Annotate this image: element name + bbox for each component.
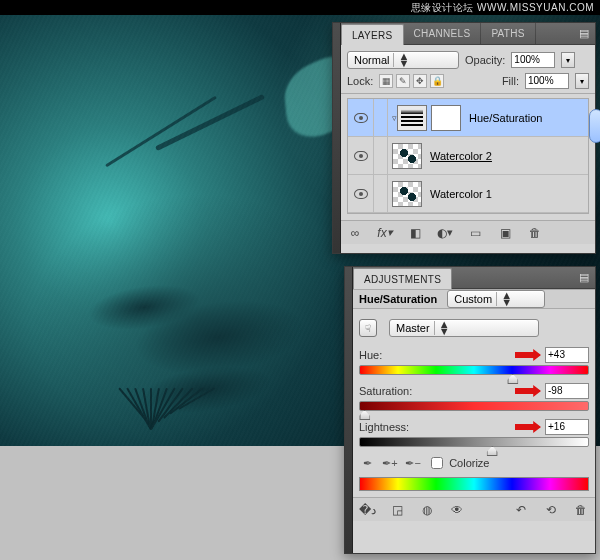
opacity-label: Opacity: (465, 54, 505, 66)
layer-row[interactable]: Watercolor 2 (348, 137, 588, 175)
panel-grip[interactable] (333, 23, 341, 253)
eyedropper-plus-icon[interactable]: ✒+ (382, 455, 398, 471)
watermark-bar: 思缘设计论坛 WWW.MISSYUAN.COM (0, 0, 600, 15)
saturation-label: Saturation: (359, 385, 412, 397)
saturation-slider: Saturation: -98 (359, 383, 589, 411)
eyedropper-icon[interactable]: ✒ (359, 455, 375, 471)
hue-track[interactable] (359, 365, 589, 375)
lock-transparency-icon[interactable]: ▦ (379, 74, 393, 88)
range-value: Master (396, 322, 430, 334)
adjustment-type-row: Hue/Saturation Custom ▲▼ (353, 289, 595, 309)
lightness-field[interactable]: +16 (545, 419, 589, 435)
hue-label: Hue: (359, 349, 382, 361)
layers-footer: ∞ fx▾ ◧ ◐▾ ▭ ▣ 🗑 (341, 220, 595, 244)
expand-icon[interactable]: ◲ (389, 502, 405, 518)
layer-name[interactable]: Watercolor 2 (430, 150, 492, 162)
adjustment-thumb[interactable] (397, 105, 427, 131)
fill-field[interactable]: 100% (525, 73, 569, 89)
preset-value: Custom (454, 293, 492, 305)
lightness-track[interactable] (359, 437, 589, 447)
opacity-stepper[interactable]: ▾ (561, 52, 575, 68)
lock-pixels-icon[interactable]: ✎ (396, 74, 410, 88)
hue-field[interactable]: +43 (545, 347, 589, 363)
colorize-checkbox[interactable] (431, 457, 443, 469)
colorize-label: Colorize (449, 457, 489, 469)
lightness-slider: Lightness: +16 (359, 419, 589, 447)
visibility-toggle[interactable] (348, 175, 374, 212)
slider-handle[interactable] (487, 446, 498, 456)
adjustments-panel: « ADJUSTMENTS ▤ Hue/Saturation Custom ▲▼… (344, 266, 596, 554)
callout-arrow-icon (515, 385, 541, 397)
adjustment-icon[interactable]: ◐▾ (437, 225, 453, 241)
saturation-field[interactable]: -98 (545, 383, 589, 399)
previous-state-icon[interactable]: ↶ (513, 502, 529, 518)
layer-list: ▿ Hue/Saturation Watercolor 2 (347, 98, 589, 214)
link-icon[interactable]: ∞ (347, 225, 363, 241)
layer-row[interactable]: Watercolor 1 (348, 175, 588, 213)
eye-icon (354, 189, 368, 199)
scroll-thumb[interactable] (589, 109, 600, 143)
panel-menu-icon[interactable]: ▤ (573, 267, 595, 288)
new-layer-icon[interactable]: ▣ (497, 225, 513, 241)
panel-menu-icon[interactable]: ▤ (573, 23, 595, 44)
tab-paths[interactable]: PATHS (481, 23, 535, 44)
panel-grip[interactable] (345, 267, 353, 553)
lock-position-icon[interactable]: ✥ (413, 74, 427, 88)
eye-icon (354, 151, 368, 161)
tab-adjustments[interactable]: ADJUSTMENTS (353, 268, 452, 289)
fill-stepper[interactable]: ▾ (575, 73, 589, 89)
opacity-field[interactable]: 100% (511, 52, 555, 68)
group-icon[interactable]: ▭ (467, 225, 483, 241)
clip-icon[interactable]: ◍ (419, 502, 435, 518)
visibility-toggle[interactable] (348, 99, 374, 136)
layer-name[interactable]: Watercolor 1 (430, 188, 492, 200)
visibility-toggle[interactable] (348, 137, 374, 174)
layers-panel-tabs: LAYERS CHANNELS PATHS ▤ (341, 23, 595, 45)
eye-icon (354, 113, 368, 123)
slider-handle[interactable] (359, 410, 370, 420)
mask-icon[interactable]: ◧ (407, 225, 423, 241)
link-col[interactable] (374, 99, 388, 136)
blend-mode-value: Normal (354, 54, 389, 66)
lightness-label: Lightness: (359, 421, 409, 433)
trash-icon[interactable]: 🗑 (527, 225, 543, 241)
range-select[interactable]: Master ▲▼ (389, 319, 539, 337)
lock-label: Lock: (347, 75, 373, 87)
trash-icon[interactable]: 🗑 (573, 502, 589, 518)
slider-handle[interactable] (507, 374, 518, 384)
layer-thumb[interactable] (392, 181, 422, 207)
toggle-visibility-icon[interactable]: 👁 (449, 502, 465, 518)
adjustment-type-label: Hue/Saturation (359, 293, 437, 305)
callout-arrow-icon (515, 421, 541, 433)
adjustments-panel-tabs: ADJUSTMENTS ▤ (353, 267, 595, 289)
fx-icon[interactable]: fx▾ (377, 225, 393, 241)
callout-arrow-icon (515, 349, 541, 361)
layer-thumb[interactable] (392, 143, 422, 169)
hue-slider: Hue: +43 (359, 347, 589, 375)
layers-panel: « LAYERS CHANNELS PATHS ▤ Normal ▲▼ Opac… (332, 22, 596, 254)
lock-all-icon[interactable]: 🔒 (430, 74, 444, 88)
preset-select[interactable]: Custom ▲▼ (447, 290, 545, 308)
blend-mode-select[interactable]: Normal ▲▼ (347, 51, 459, 69)
lock-icons: ▦ ✎ ✥ 🔒 (379, 74, 444, 88)
tab-channels[interactable]: CHANNELS (404, 23, 482, 44)
eyedropper-minus-icon[interactable]: ✒− (405, 455, 421, 471)
saturation-track[interactable] (359, 401, 589, 411)
spectrum-bar (359, 477, 589, 491)
adjustments-footer: �د ◲ ◍ 👁 ↶ ⟲ 🗑 (353, 497, 595, 521)
mask-thumb[interactable] (431, 105, 461, 131)
eyedropper-group: ✒ ✒+ ✒− (359, 455, 425, 471)
back-icon[interactable]: �د (359, 502, 375, 518)
reset-icon[interactable]: ⟲ (543, 502, 559, 518)
link-col[interactable] (374, 175, 388, 212)
layer-name[interactable]: Hue/Saturation (469, 112, 542, 124)
targeted-adjust-icon[interactable]: ☟ (359, 319, 377, 337)
tab-layers[interactable]: LAYERS (341, 24, 404, 45)
fill-label: Fill: (502, 75, 519, 87)
link-col[interactable] (374, 137, 388, 174)
layer-row[interactable]: ▿ Hue/Saturation (348, 99, 588, 137)
